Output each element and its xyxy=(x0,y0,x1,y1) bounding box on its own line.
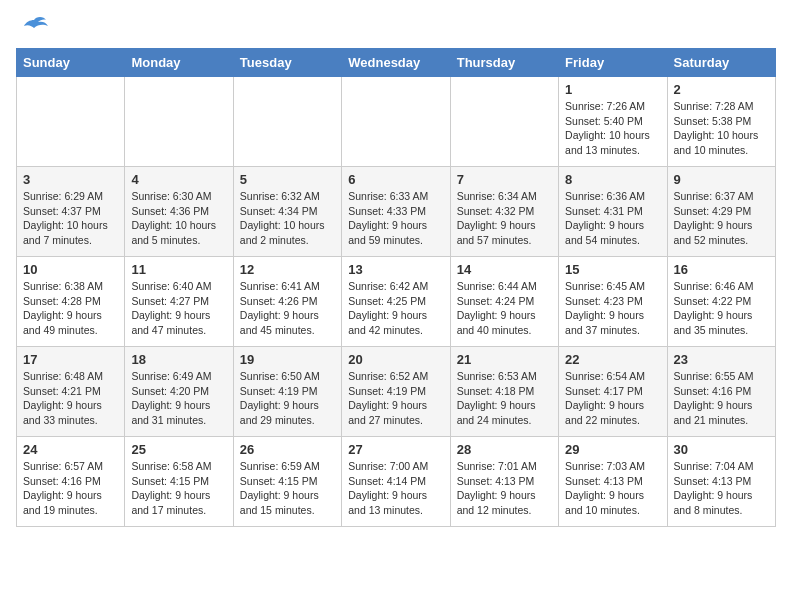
calendar-cell: 14Sunrise: 6:44 AMSunset: 4:24 PMDayligh… xyxy=(450,257,558,347)
calendar-cell xyxy=(450,77,558,167)
calendar-cell: 7Sunrise: 6:34 AMSunset: 4:32 PMDaylight… xyxy=(450,167,558,257)
day-number: 25 xyxy=(131,442,226,457)
calendar-cell: 13Sunrise: 6:42 AMSunset: 4:25 PMDayligh… xyxy=(342,257,450,347)
day-number: 28 xyxy=(457,442,552,457)
day-info: Sunrise: 6:44 AMSunset: 4:24 PMDaylight:… xyxy=(457,279,552,338)
day-info: Sunrise: 7:04 AMSunset: 4:13 PMDaylight:… xyxy=(674,459,769,518)
day-info: Sunrise: 6:29 AMSunset: 4:37 PMDaylight:… xyxy=(23,189,118,248)
calendar-cell: 25Sunrise: 6:58 AMSunset: 4:15 PMDayligh… xyxy=(125,437,233,527)
day-info: Sunrise: 6:30 AMSunset: 4:36 PMDaylight:… xyxy=(131,189,226,248)
calendar-cell: 15Sunrise: 6:45 AMSunset: 4:23 PMDayligh… xyxy=(559,257,667,347)
day-number: 22 xyxy=(565,352,660,367)
calendar-cell xyxy=(233,77,341,167)
day-number: 20 xyxy=(348,352,443,367)
day-info: Sunrise: 6:40 AMSunset: 4:27 PMDaylight:… xyxy=(131,279,226,338)
day-info: Sunrise: 6:58 AMSunset: 4:15 PMDaylight:… xyxy=(131,459,226,518)
day-info: Sunrise: 6:55 AMSunset: 4:16 PMDaylight:… xyxy=(674,369,769,428)
calendar-cell: 21Sunrise: 6:53 AMSunset: 4:18 PMDayligh… xyxy=(450,347,558,437)
day-info: Sunrise: 6:57 AMSunset: 4:16 PMDaylight:… xyxy=(23,459,118,518)
day-info: Sunrise: 7:01 AMSunset: 4:13 PMDaylight:… xyxy=(457,459,552,518)
day-of-week-header: Thursday xyxy=(450,49,558,77)
calendar-cell: 20Sunrise: 6:52 AMSunset: 4:19 PMDayligh… xyxy=(342,347,450,437)
calendar-cell: 2Sunrise: 7:28 AMSunset: 5:38 PMDaylight… xyxy=(667,77,775,167)
calendar-cell: 23Sunrise: 6:55 AMSunset: 4:16 PMDayligh… xyxy=(667,347,775,437)
calendar-week-row: 1Sunrise: 7:26 AMSunset: 5:40 PMDaylight… xyxy=(17,77,776,167)
day-info: Sunrise: 6:36 AMSunset: 4:31 PMDaylight:… xyxy=(565,189,660,248)
calendar-cell xyxy=(342,77,450,167)
day-info: Sunrise: 7:03 AMSunset: 4:13 PMDaylight:… xyxy=(565,459,660,518)
calendar-cell: 6Sunrise: 6:33 AMSunset: 4:33 PMDaylight… xyxy=(342,167,450,257)
day-number: 12 xyxy=(240,262,335,277)
calendar-cell: 5Sunrise: 6:32 AMSunset: 4:34 PMDaylight… xyxy=(233,167,341,257)
header xyxy=(16,16,776,36)
day-number: 8 xyxy=(565,172,660,187)
calendar-cell: 30Sunrise: 7:04 AMSunset: 4:13 PMDayligh… xyxy=(667,437,775,527)
calendar-week-row: 24Sunrise: 6:57 AMSunset: 4:16 PMDayligh… xyxy=(17,437,776,527)
day-info: Sunrise: 6:42 AMSunset: 4:25 PMDaylight:… xyxy=(348,279,443,338)
day-number: 26 xyxy=(240,442,335,457)
day-number: 10 xyxy=(23,262,118,277)
calendar-cell: 1Sunrise: 7:26 AMSunset: 5:40 PMDaylight… xyxy=(559,77,667,167)
day-info: Sunrise: 6:45 AMSunset: 4:23 PMDaylight:… xyxy=(565,279,660,338)
day-info: Sunrise: 7:26 AMSunset: 5:40 PMDaylight:… xyxy=(565,99,660,158)
calendar-cell: 8Sunrise: 6:36 AMSunset: 4:31 PMDaylight… xyxy=(559,167,667,257)
day-info: Sunrise: 6:52 AMSunset: 4:19 PMDaylight:… xyxy=(348,369,443,428)
day-of-week-header: Saturday xyxy=(667,49,775,77)
calendar-cell: 9Sunrise: 6:37 AMSunset: 4:29 PMDaylight… xyxy=(667,167,775,257)
calendar-cell: 18Sunrise: 6:49 AMSunset: 4:20 PMDayligh… xyxy=(125,347,233,437)
day-of-week-header: Wednesday xyxy=(342,49,450,77)
day-number: 17 xyxy=(23,352,118,367)
day-info: Sunrise: 6:38 AMSunset: 4:28 PMDaylight:… xyxy=(23,279,118,338)
day-info: Sunrise: 6:32 AMSunset: 4:34 PMDaylight:… xyxy=(240,189,335,248)
day-info: Sunrise: 7:28 AMSunset: 5:38 PMDaylight:… xyxy=(674,99,769,158)
calendar-week-row: 3Sunrise: 6:29 AMSunset: 4:37 PMDaylight… xyxy=(17,167,776,257)
day-number: 2 xyxy=(674,82,769,97)
day-info: Sunrise: 6:37 AMSunset: 4:29 PMDaylight:… xyxy=(674,189,769,248)
calendar-cell: 26Sunrise: 6:59 AMSunset: 4:15 PMDayligh… xyxy=(233,437,341,527)
day-info: Sunrise: 6:49 AMSunset: 4:20 PMDaylight:… xyxy=(131,369,226,428)
calendar-cell: 11Sunrise: 6:40 AMSunset: 4:27 PMDayligh… xyxy=(125,257,233,347)
day-info: Sunrise: 6:33 AMSunset: 4:33 PMDaylight:… xyxy=(348,189,443,248)
day-number: 23 xyxy=(674,352,769,367)
calendar-cell: 27Sunrise: 7:00 AMSunset: 4:14 PMDayligh… xyxy=(342,437,450,527)
day-of-week-header: Tuesday xyxy=(233,49,341,77)
day-number: 11 xyxy=(131,262,226,277)
day-number: 27 xyxy=(348,442,443,457)
day-number: 18 xyxy=(131,352,226,367)
day-info: Sunrise: 6:53 AMSunset: 4:18 PMDaylight:… xyxy=(457,369,552,428)
day-info: Sunrise: 6:48 AMSunset: 4:21 PMDaylight:… xyxy=(23,369,118,428)
day-number: 15 xyxy=(565,262,660,277)
logo xyxy=(16,16,48,36)
day-number: 14 xyxy=(457,262,552,277)
day-number: 24 xyxy=(23,442,118,457)
calendar-week-row: 17Sunrise: 6:48 AMSunset: 4:21 PMDayligh… xyxy=(17,347,776,437)
day-info: Sunrise: 6:54 AMSunset: 4:17 PMDaylight:… xyxy=(565,369,660,428)
day-number: 16 xyxy=(674,262,769,277)
calendar-cell: 12Sunrise: 6:41 AMSunset: 4:26 PMDayligh… xyxy=(233,257,341,347)
day-number: 29 xyxy=(565,442,660,457)
day-of-week-header: Sunday xyxy=(17,49,125,77)
day-info: Sunrise: 6:59 AMSunset: 4:15 PMDaylight:… xyxy=(240,459,335,518)
calendar-cell: 10Sunrise: 6:38 AMSunset: 4:28 PMDayligh… xyxy=(17,257,125,347)
calendar-cell: 19Sunrise: 6:50 AMSunset: 4:19 PMDayligh… xyxy=(233,347,341,437)
day-number: 6 xyxy=(348,172,443,187)
calendar-table: SundayMondayTuesdayWednesdayThursdayFrid… xyxy=(16,48,776,527)
day-number: 7 xyxy=(457,172,552,187)
day-of-week-header: Monday xyxy=(125,49,233,77)
header-row: SundayMondayTuesdayWednesdayThursdayFrid… xyxy=(17,49,776,77)
calendar-cell: 22Sunrise: 6:54 AMSunset: 4:17 PMDayligh… xyxy=(559,347,667,437)
day-info: Sunrise: 6:41 AMSunset: 4:26 PMDaylight:… xyxy=(240,279,335,338)
calendar-cell: 3Sunrise: 6:29 AMSunset: 4:37 PMDaylight… xyxy=(17,167,125,257)
day-number: 30 xyxy=(674,442,769,457)
calendar-cell: 16Sunrise: 6:46 AMSunset: 4:22 PMDayligh… xyxy=(667,257,775,347)
day-info: Sunrise: 6:34 AMSunset: 4:32 PMDaylight:… xyxy=(457,189,552,248)
calendar-cell: 4Sunrise: 6:30 AMSunset: 4:36 PMDaylight… xyxy=(125,167,233,257)
day-number: 1 xyxy=(565,82,660,97)
calendar-cell: 17Sunrise: 6:48 AMSunset: 4:21 PMDayligh… xyxy=(17,347,125,437)
calendar-cell xyxy=(17,77,125,167)
day-number: 4 xyxy=(131,172,226,187)
calendar-cell: 28Sunrise: 7:01 AMSunset: 4:13 PMDayligh… xyxy=(450,437,558,527)
day-of-week-header: Friday xyxy=(559,49,667,77)
day-number: 13 xyxy=(348,262,443,277)
calendar-week-row: 10Sunrise: 6:38 AMSunset: 4:28 PMDayligh… xyxy=(17,257,776,347)
